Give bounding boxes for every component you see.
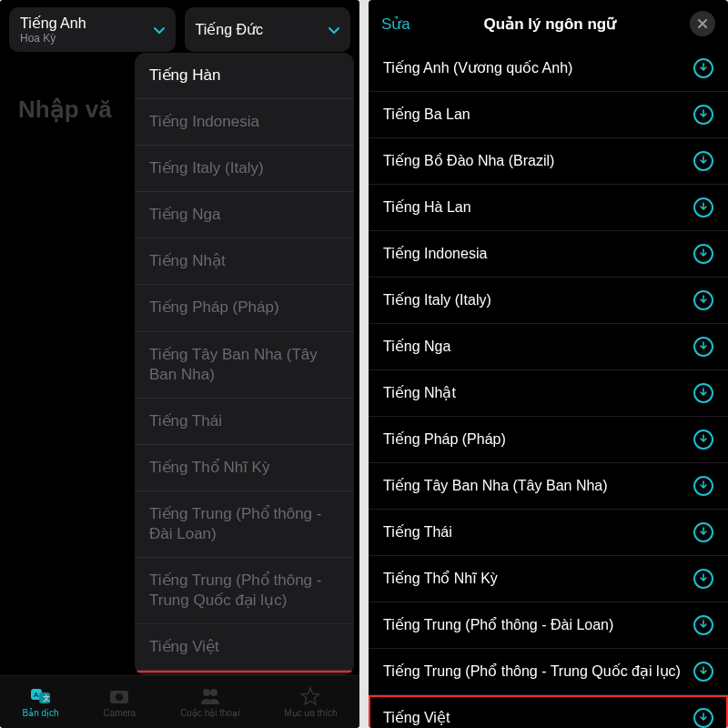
language-row-label: Tiếng Trung (Phổ thông - Đài Loan)	[383, 616, 693, 633]
tab-label: Bản dịch	[22, 708, 58, 718]
svg-point-6	[203, 689, 210, 696]
dropdown-item[interactable]: Tiếng Tây Ban Nha (Tây Ban Nha)	[135, 332, 354, 399]
language-row[interactable]: Tiếng Nhật	[369, 370, 728, 417]
language-row-label: Tiếng Tây Ban Nha (Tây Ban Nha)	[383, 477, 693, 494]
language-list: Tiếng Anh (Vương quốc Anh)Tiếng Ba LanTi…	[369, 46, 728, 728]
download-icon[interactable]	[693, 337, 713, 357]
download-icon[interactable]	[693, 476, 713, 496]
camera-icon	[107, 686, 131, 706]
download-icon[interactable]	[693, 522, 713, 542]
download-icon[interactable]	[693, 615, 713, 635]
language-row[interactable]: Tiếng Tây Ban Nha (Tây Ban Nha)	[369, 463, 728, 510]
tab-label: Camera	[104, 708, 136, 718]
svg-point-7	[210, 689, 217, 696]
language-row[interactable]: Tiếng Anh (Vương quốc Anh)	[369, 46, 728, 92]
manage-languages-header: Sửa Quản lý ngôn ngữ	[369, 0, 728, 47]
language-row-label: Tiếng Hà Lan	[383, 198, 693, 216]
dropdown-item[interactable]: Tiếng Nhật	[135, 238, 354, 285]
language-row-label: Tiếng Nga	[383, 338, 693, 355]
source-language-button[interactable]: Tiếng Anh Hoa Kỳ	[9, 7, 176, 52]
download-icon[interactable]	[693, 244, 713, 264]
source-language-secondary: Hoa Kỳ	[20, 32, 86, 45]
target-language-primary: Tiếng Đức	[196, 16, 264, 44]
download-icon[interactable]	[693, 58, 713, 78]
left-screenshot: Tiếng Anh Hoa Kỳ Tiếng Đức Nhập vă Tiếng…	[0, 0, 359, 728]
language-row-label: Tiếng Indonesia	[383, 245, 693, 262]
download-icon[interactable]	[693, 662, 713, 682]
language-row[interactable]: Tiếng Trung (Phổ thông - Đài Loan)	[369, 602, 728, 649]
language-row[interactable]: Tiếng Pháp (Pháp)	[369, 417, 728, 463]
download-icon[interactable]	[693, 197, 713, 217]
chevron-down-icon	[329, 23, 339, 37]
language-row-label: Tiếng Thái	[383, 523, 693, 541]
right-screenshot: Sửa Quản lý ngôn ngữ Tiếng Anh (Vương qu…	[369, 0, 728, 728]
dropdown-item[interactable]: Tiếng Nga	[135, 192, 354, 238]
bottom-tab-bar: A文 Bản dịch Camera Cuộc hội thoại Mục ưa…	[0, 675, 359, 728]
tab-camera[interactable]: Camera	[104, 686, 136, 718]
dropdown-item[interactable]: Tiếng Thái	[135, 399, 354, 445]
svg-point-5	[116, 693, 123, 701]
tab-conversation[interactable]: Cuộc hội thoại	[180, 686, 239, 718]
download-icon[interactable]	[693, 151, 713, 171]
translate-icon: A文	[29, 686, 53, 706]
source-language-primary: Tiếng Anh	[20, 15, 86, 32]
language-row-label: Tiếng Trung (Phổ thông - Trung Quốc đại …	[383, 662, 693, 680]
target-language-button[interactable]: Tiếng Đức	[185, 7, 351, 52]
language-row-label: Tiếng Thổ Nhĩ Kỳ	[383, 570, 693, 587]
language-dropdown: Tiếng HànTiếng IndonesiaTiếng Italy (Ita…	[135, 53, 354, 675]
language-row[interactable]: Tiếng Nga	[369, 324, 728, 370]
dropdown-item[interactable]: Tiếng Việt	[135, 624, 354, 671]
language-row-label: Tiếng Italy (Italy)	[383, 291, 693, 308]
language-row[interactable]: Tiếng Ba Lan	[369, 92, 728, 138]
chevron-down-icon	[154, 23, 165, 37]
language-row[interactable]: Tiếng Bồ Đào Nha (Brazil)	[369, 138, 728, 185]
language-row[interactable]: Tiếng Việt	[369, 695, 728, 728]
language-row-label: Tiếng Nhật	[383, 384, 693, 401]
language-row-label: Tiếng Việt	[383, 709, 693, 726]
page-title: Quản lý ngôn ngữ	[484, 15, 617, 34]
dropdown-item[interactable]: Tiếng Trung (Phổ thông - Đài Loan)	[135, 491, 354, 558]
language-row[interactable]: Tiếng Thái	[369, 510, 728, 556]
svg-text:A: A	[34, 691, 39, 699]
dropdown-item[interactable]: Tiếng Hàn	[135, 53, 354, 99]
download-icon[interactable]	[693, 708, 713, 728]
download-icon[interactable]	[693, 290, 713, 310]
language-row[interactable]: Tiếng Indonesia	[369, 231, 728, 278]
dropdown-item[interactable]: Tiếng Indonesia	[135, 99, 354, 146]
conversation-icon	[198, 686, 222, 706]
download-icon[interactable]	[693, 383, 713, 403]
language-row[interactable]: Tiếng Hà Lan	[369, 185, 728, 231]
language-row-label: Tiếng Anh (Vương quốc Anh)	[383, 59, 693, 76]
language-row[interactable]: Tiếng Italy (Italy)	[369, 278, 728, 324]
download-icon[interactable]	[693, 430, 713, 450]
tab-label: Mục ưa thích	[284, 708, 337, 718]
language-row[interactable]: Tiếng Trung (Phổ thông - Trung Quốc đại …	[369, 649, 728, 695]
download-icon[interactable]	[693, 569, 713, 589]
tab-label: Cuộc hội thoại	[180, 708, 239, 718]
star-icon	[298, 686, 322, 706]
language-row-label: Tiếng Pháp (Pháp)	[383, 430, 693, 448]
dropdown-item[interactable]: Tiếng Pháp (Pháp)	[135, 285, 354, 331]
download-icon[interactable]	[693, 105, 713, 125]
dropdown-item[interactable]: Tiếng Thổ Nhĩ Kỳ	[135, 445, 354, 491]
close-button[interactable]	[690, 11, 715, 36]
edit-button[interactable]: Sửa	[381, 15, 410, 34]
language-selector-bar: Tiếng Anh Hoa Kỳ Tiếng Đức	[0, 0, 359, 59]
dropdown-item[interactable]: Tiếng Italy (Italy)	[135, 146, 354, 192]
tab-favorites[interactable]: Mục ưa thích	[284, 686, 337, 718]
language-row-label: Tiếng Ba Lan	[383, 106, 693, 123]
language-row-label: Tiếng Bồ Đào Nha (Brazil)	[383, 152, 693, 169]
tab-translate[interactable]: A文 Bản dịch	[22, 686, 58, 718]
dropdown-item[interactable]: Tiếng Trung (Phổ thông - Trung Quốc đại …	[135, 558, 354, 624]
close-icon	[697, 18, 708, 29]
svg-text:文: 文	[43, 694, 50, 703]
language-row[interactable]: Tiếng Thổ Nhĩ Kỳ	[369, 556, 728, 602]
